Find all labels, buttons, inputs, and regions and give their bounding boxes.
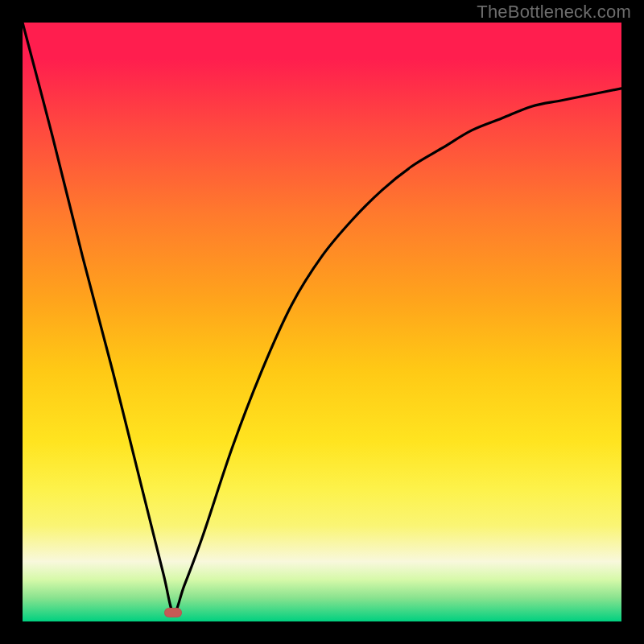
bottleneck-curve-path: [23, 23, 621, 613]
optimal-point-marker: [164, 608, 182, 617]
chart-plot-area: [23, 23, 621, 621]
bottleneck-curve: [23, 23, 621, 621]
watermark-text: TheBottleneck.com: [477, 2, 631, 23]
chart-container: TheBottleneck.com: [0, 0, 644, 644]
